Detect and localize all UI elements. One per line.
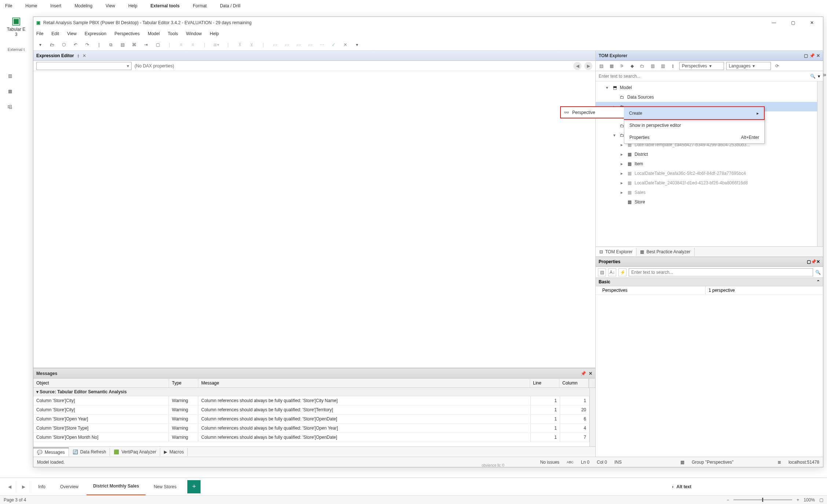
- chevron-down-icon[interactable]: ▾: [818, 74, 820, 79]
- context-properties[interactable]: PropertiesAlt+Enter: [624, 131, 764, 143]
- copy-icon[interactable]: ⧉: [107, 41, 115, 49]
- message-row[interactable]: Column 'Store'[Store Type]WarningColumn …: [33, 424, 589, 433]
- ribbon-data-drill[interactable]: Data / Drill: [218, 2, 243, 10]
- nav-forward-icon[interactable]: ▶: [584, 62, 592, 70]
- ribbon-format[interactable]: Format: [191, 2, 209, 10]
- columns-icon[interactable]: ▥: [659, 62, 667, 70]
- dock-icon[interactable]: ▢: [804, 53, 808, 58]
- tree-table-district[interactable]: ▸▦District: [596, 150, 823, 159]
- col-message[interactable]: Message: [198, 379, 530, 387]
- script-icon[interactable]: ⌘: [130, 41, 138, 49]
- save-icon[interactable]: |: [95, 41, 103, 49]
- menu-view[interactable]: View: [67, 31, 77, 36]
- ribbon-help[interactable]: Help: [126, 2, 140, 10]
- model-view-icon[interactable]: 唱: [8, 104, 12, 110]
- zoom-in-button[interactable]: +: [797, 497, 799, 503]
- run-icon[interactable]: ▢: [154, 41, 162, 49]
- message-group[interactable]: ▾ Source: Tabular Editor Semantic Analys…: [33, 388, 589, 396]
- maximize-button[interactable]: ▢: [785, 18, 801, 28]
- tree-table-item[interactable]: ▸▦Item: [596, 159, 823, 169]
- col-column[interactable]: Column: [559, 379, 589, 387]
- context-show-perspective-editor[interactable]: Show in perspective editor: [624, 119, 764, 131]
- tree-data-sources[interactable]: 🗀Data Sources: [596, 92, 823, 102]
- tree-scrollbar[interactable]: [817, 81, 823, 246]
- search-icon[interactable]: 🔍: [815, 270, 821, 275]
- add-page-button[interactable]: +: [187, 480, 201, 493]
- nav-back-icon[interactable]: ◀: [573, 62, 581, 70]
- tb3-icon[interactable]: ▭: [294, 41, 302, 49]
- tb5-icon[interactable]: ⋯: [318, 41, 326, 49]
- tab-tom-explorer[interactable]: ⊟TOM Explorer: [596, 248, 636, 256]
- message-row[interactable]: Column 'Store'[Open Month No]WarningColu…: [33, 433, 589, 442]
- indent-icon[interactable]: ≡: [177, 41, 185, 49]
- close-icon[interactable]: ✕: [816, 53, 820, 58]
- close-button[interactable]: ✕: [804, 18, 820, 28]
- alt-text-section[interactable]: ›Alt text: [672, 484, 691, 489]
- tree-table-local1[interactable]: ▸▦LocalDateTable_0eafa36c-5fc2-4b6f-84df…: [596, 169, 823, 178]
- menu-help[interactable]: Help: [210, 31, 219, 36]
- format-icon[interactable]: ⇥: [142, 41, 150, 49]
- view-diamond-icon[interactable]: ◆: [628, 62, 636, 70]
- filter-icon[interactable]: ▥: [648, 62, 657, 70]
- tree-table-local2[interactable]: ▸▦LocalDateTable_2403841f-d1ed-4123-bf26…: [596, 178, 823, 188]
- reject-icon[interactable]: ✕: [341, 41, 349, 49]
- message-row[interactable]: Column 'Store'[City]WarningColumn refere…: [33, 396, 589, 405]
- dropdown-icon[interactable]: ▾: [353, 41, 361, 49]
- languages-dropdown[interactable]: Languages▾: [726, 62, 771, 70]
- view-hierarchy-icon[interactable]: ⚞: [618, 62, 626, 70]
- search-icon[interactable]: 🔍: [810, 74, 816, 79]
- pin-icon[interactable]: 📌: [811, 259, 816, 264]
- page-prev-icon[interactable]: ◀: [4, 481, 16, 493]
- tab-vertipaq-analyzer[interactable]: 🟩VertiPaq Analyzer: [110, 448, 160, 456]
- properties-search-input[interactable]: [629, 268, 813, 276]
- property-perspectives[interactable]: Perspectives 1 perspective: [596, 286, 823, 295]
- new-icon[interactable]: ▾: [36, 41, 44, 49]
- col-line[interactable]: Line: [530, 379, 559, 387]
- tree-model[interactable]: ▾⬒Model: [596, 83, 823, 92]
- page-new-stores[interactable]: New Stores: [147, 478, 183, 496]
- expression-editor-tab[interactable]: Expression Editor ⟊ ✕: [33, 51, 595, 61]
- lower-icon[interactable]: ⊻: [247, 41, 256, 49]
- menu-perspectives[interactable]: Perspectives: [114, 31, 140, 36]
- folder-icon[interactable]: 🗀: [638, 62, 646, 70]
- open-icon[interactable]: 🗁: [48, 41, 56, 49]
- menu-file[interactable]: File: [36, 31, 43, 36]
- tab-data-refresh[interactable]: 🔄Data Refresh: [69, 448, 110, 456]
- col-object[interactable]: Object: [33, 379, 169, 387]
- message-row[interactable]: Column 'Store'[Open Year]WarningColumn r…: [33, 415, 589, 424]
- categorized-icon[interactable]: ▤: [598, 268, 606, 276]
- expression-object-dropdown[interactable]: ▾: [36, 62, 132, 70]
- menu-tools[interactable]: Tools: [168, 31, 178, 36]
- fit-page-icon[interactable]: ▢: [819, 497, 823, 503]
- accept-icon[interactable]: ✓: [330, 41, 338, 49]
- page-overview[interactable]: Overview: [54, 478, 85, 496]
- minimize-button[interactable]: —: [766, 18, 782, 28]
- pin-icon[interactable]: 📌: [581, 371, 586, 376]
- pin-icon[interactable]: 📌: [809, 53, 815, 58]
- ribbon-file[interactable]: File: [3, 2, 14, 10]
- properties-category-basic[interactable]: Basic⌃: [596, 278, 823, 286]
- ribbon-modeling[interactable]: Modeling: [72, 2, 95, 10]
- ribbon-insert[interactable]: Insert: [48, 2, 63, 10]
- tree-table-store[interactable]: ▦Store: [596, 197, 823, 207]
- alphabetical-icon[interactable]: A↓: [608, 268, 616, 276]
- collapse-pane-icon[interactable]: »: [823, 71, 826, 78]
- dock-icon[interactable]: ▢: [807, 259, 811, 264]
- tb2-icon[interactable]: ▭: [283, 41, 291, 49]
- menu-edit[interactable]: Edit: [51, 31, 59, 36]
- comment-icon[interactable]: ≣▾: [212, 41, 220, 49]
- page-next-icon[interactable]: ▶: [18, 481, 30, 493]
- ribbon-home[interactable]: Home: [23, 2, 39, 10]
- expression-editor-area[interactable]: [33, 71, 595, 368]
- upper-icon[interactable]: ⊼: [236, 41, 244, 49]
- events-icon[interactable]: ⚡: [618, 268, 626, 276]
- menu-model[interactable]: Model: [148, 31, 160, 36]
- tb1-icon[interactable]: ▭: [271, 41, 279, 49]
- outdent-icon[interactable]: ≡: [189, 41, 197, 49]
- message-row[interactable]: Column 'Store'[City]WarningColumn refere…: [33, 405, 589, 415]
- page-district-monthly-sales[interactable]: District Monthly Sales: [87, 478, 146, 496]
- data-view-icon[interactable]: ▦: [8, 89, 12, 94]
- ribbon-view[interactable]: View: [103, 2, 117, 10]
- menu-expression[interactable]: Expression: [85, 31, 106, 36]
- context-create[interactable]: Create▸: [624, 107, 764, 119]
